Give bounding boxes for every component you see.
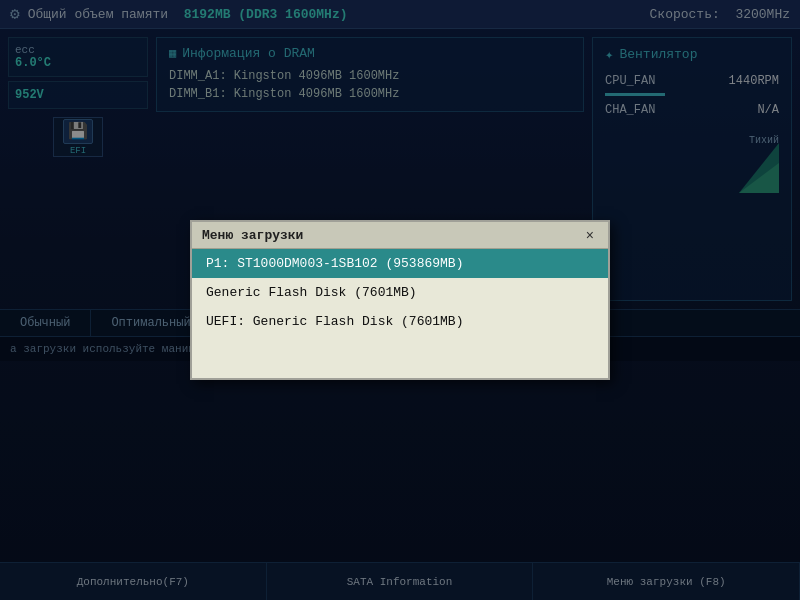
boot-menu-modal: Меню загрузки × P1: ST1000DM003-1SB102 (… bbox=[190, 220, 610, 380]
boot-item-0[interactable]: P1: ST1000DM003-1SB102 (953869MB) bbox=[192, 249, 608, 278]
modal-header: Меню загрузки × bbox=[192, 222, 608, 249]
modal-title: Меню загрузки bbox=[202, 228, 303, 243]
boot-item-1[interactable]: Generic Flash Disk (7601MB) bbox=[192, 278, 608, 307]
bios-background: ⚙ Общий объем памяти 8192MB (DDR3 1600MH… bbox=[0, 0, 800, 600]
boot-item-2[interactable]: UEFI: Generic Flash Disk (7601MB) bbox=[192, 307, 608, 336]
modal-overlay: Меню загрузки × P1: ST1000DM003-1SB102 (… bbox=[0, 0, 800, 600]
modal-close-button[interactable]: × bbox=[582, 227, 598, 243]
modal-body: P1: ST1000DM003-1SB102 (953869MB) Generi… bbox=[192, 249, 608, 336]
